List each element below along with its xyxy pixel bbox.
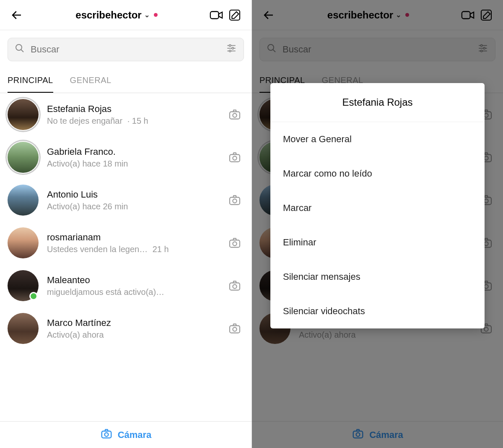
avatar[interactable] [8, 99, 39, 130]
video-icon [209, 8, 223, 22]
chat-text: Marco MartínezActivo(a) ahora [47, 318, 226, 340]
svg-point-24 [104, 432, 108, 436]
svg-rect-23 [101, 431, 111, 438]
search-container [0, 30, 252, 65]
svg-rect-17 [230, 240, 240, 247]
svg-point-8 [232, 47, 233, 49]
dm-inbox-screen-context: escribehector ⌄ PRINCIPAL GENERAL Estefa… [252, 0, 503, 448]
avatar[interactable] [8, 142, 39, 173]
chat-row[interactable]: Maleanteomigueldjamous está activo(a)… [0, 264, 252, 307]
svg-rect-2 [230, 10, 240, 20]
svg-point-22 [233, 327, 236, 331]
camera-icon [100, 427, 113, 443]
tab-principal[interactable]: PRINCIPAL [8, 70, 53, 93]
chat-name: Maleanteo [47, 275, 226, 286]
chevron-down-icon: ⌄ [144, 11, 150, 19]
chat-text: Estefania RojasNo te dejes engañar · 15 … [47, 104, 226, 126]
context-menu-item[interactable]: Eliminar [270, 225, 485, 260]
avatar[interactable] [8, 227, 39, 258]
tab-general[interactable]: GENERAL [70, 70, 111, 93]
row-camera-button[interactable] [226, 234, 244, 252]
row-camera-button[interactable] [226, 105, 244, 124]
context-menu-item[interactable]: Mover a General [270, 122, 485, 156]
account-switcher[interactable]: escribehector ⌄ [26, 9, 207, 21]
avatar[interactable] [8, 313, 39, 344]
chat-subtitle: Ustedes venden la legen… 21 h [47, 245, 226, 254]
context-menu-item[interactable]: Silenciar mensajes [270, 260, 485, 294]
search-icon [15, 43, 25, 56]
context-menu-item[interactable]: Silenciar videochats [270, 294, 485, 328]
presence-dot-icon [29, 292, 38, 300]
context-menu-item[interactable]: Marcar [270, 191, 485, 225]
inbox-tabs: PRINCIPAL GENERAL [0, 70, 252, 93]
row-camera-button[interactable] [226, 191, 244, 209]
chat-text: Antonio LuisActivo(a) hace 26 min [47, 189, 226, 211]
chat-text: Maleanteomigueldjamous está activo(a)… [47, 275, 226, 297]
chat-row[interactable]: Estefania RojasNo te dejes engañar · 15 … [0, 93, 252, 136]
row-camera-button[interactable] [226, 276, 244, 295]
chat-subtitle: No te dejes engañar · 15 h [47, 116, 226, 126]
video-call-button[interactable] [207, 6, 226, 24]
chat-subtitle: Activo(a) ahora [47, 330, 226, 340]
chat-text: Gabriela Franco.Activo(a) hace 18 min [47, 146, 226, 169]
context-menu-item[interactable]: Marcar como no leído [270, 156, 485, 191]
row-camera-button[interactable] [226, 319, 244, 338]
chat-text: rosmarianamUstedes venden la legen… 21 h [47, 232, 226, 254]
chat-time: 21 h [150, 245, 169, 254]
chat-row[interactable]: Antonio LuisActivo(a) hace 26 min [0, 179, 252, 221]
notification-dot-icon [154, 13, 158, 17]
search-input[interactable] [31, 44, 226, 55]
avatar[interactable] [8, 270, 39, 301]
chat-name: Estefania Rojas [47, 104, 226, 115]
avatar[interactable] [8, 185, 39, 216]
header: escribehector ⌄ [0, 0, 252, 30]
context-menu-title: Estefania Rojas [270, 83, 485, 122]
compose-icon [228, 8, 241, 22]
svg-line-4 [21, 49, 23, 52]
chat-subtitle: Activo(a) hace 26 min [47, 202, 226, 211]
chat-row[interactable]: Marco MartínezActivo(a) ahora [0, 307, 252, 350]
svg-rect-13 [230, 154, 240, 161]
svg-rect-11 [230, 112, 240, 119]
chat-time: · 15 h [125, 116, 148, 125]
chat-row[interactable]: Gabriela Franco.Activo(a) hace 18 min [0, 136, 252, 179]
svg-point-6 [229, 44, 231, 46]
chat-name: Marco Martínez [47, 318, 226, 328]
svg-point-20 [233, 284, 236, 288]
search-field[interactable] [8, 38, 244, 61]
row-camera-button[interactable] [226, 148, 244, 167]
chat-subtitle: Activo(a) hace 18 min [47, 159, 226, 169]
camera-footer[interactable]: Cámara [0, 421, 252, 448]
username: escribehector [75, 9, 141, 21]
svg-point-14 [233, 156, 236, 160]
svg-rect-19 [230, 283, 240, 290]
chat-list: Estefania RojasNo te dejes engañar · 15 … [0, 93, 252, 350]
compose-button[interactable] [226, 6, 244, 24]
context-menu: Estefania Rojas Mover a GeneralMarcar co… [270, 83, 485, 328]
chat-subtitle: migueldjamous está activo(a)… [47, 287, 226, 297]
svg-point-18 [233, 242, 236, 245]
dm-inbox-screen: escribehector ⌄ PRINCIPAL GENERAL Estefa… [0, 0, 252, 448]
svg-rect-1 [210, 11, 219, 18]
chat-row[interactable]: rosmarianamUstedes venden la legen… 21 h [0, 221, 252, 264]
camera-label: Cámara [118, 430, 152, 440]
svg-point-12 [233, 113, 236, 117]
filter-icon[interactable] [226, 43, 237, 56]
back-button[interactable] [8, 6, 26, 24]
chat-name: Antonio Luis [47, 189, 226, 200]
svg-rect-21 [230, 326, 240, 333]
chat-name: Gabriela Franco. [47, 146, 226, 157]
svg-point-3 [16, 44, 22, 50]
chat-name: rosmarianam [47, 232, 226, 243]
svg-rect-15 [230, 197, 240, 204]
arrow-left-icon [10, 9, 23, 21]
svg-point-10 [229, 50, 231, 52]
svg-point-16 [233, 199, 236, 203]
